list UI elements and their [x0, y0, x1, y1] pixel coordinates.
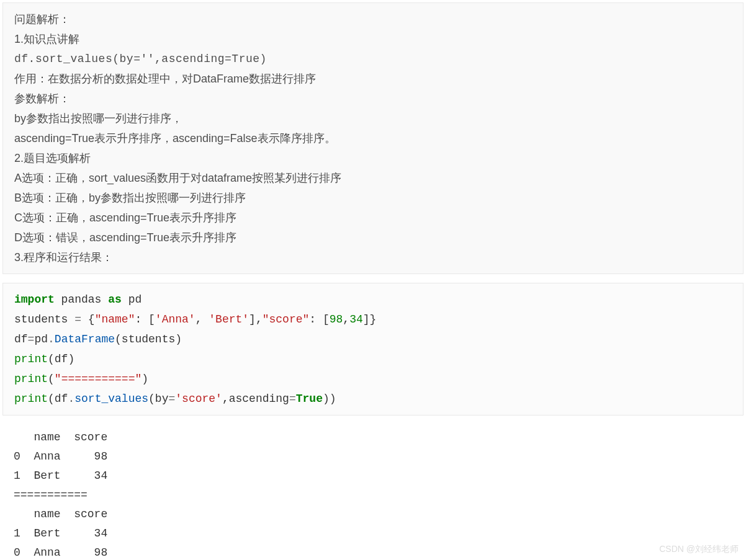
explain-line-6: by参数指出按照哪一列进行排序， [14, 109, 732, 128]
code-text: , [195, 313, 209, 326]
kw-as: as [108, 293, 122, 306]
code-line-5: print("===========") [14, 373, 148, 385]
str-bert: 'Bert' [209, 313, 249, 326]
code-line-3: df=pd.DataFrame(students) [14, 333, 182, 345]
str-sep: "===========" [55, 373, 142, 385]
ident-dataframe: DataFrame [55, 333, 115, 345]
code-text: ) [142, 373, 148, 385]
code-text: ,ascending [222, 393, 289, 405]
explain-line-10: B选项：正确，by参数指出按照哪一列进行排序 [14, 188, 732, 208]
explain-line-13: 3.程序和运行结果： [14, 247, 732, 267]
kw-true: True [296, 393, 323, 405]
code-line-6: print(df.sort_values(by='score',ascendin… [14, 393, 336, 405]
output-block: name score 0 Anna 98 1 Bert 34 =========… [2, 418, 744, 560]
code-text: pd [34, 333, 48, 345]
explain-line-1: 问题解析： [14, 9, 732, 29]
num-98: 98 [330, 313, 343, 326]
code-line-2: students = {"name": ['Anna', 'Bert'],"sc… [14, 313, 376, 326]
code-text: pd [122, 293, 142, 306]
str-anna: 'Anna' [155, 313, 195, 326]
explain-line-11: C选项：正确，ascending=True表示升序排序 [14, 208, 732, 228]
explain-line-8: 2.题目选项解析 [14, 148, 732, 168]
explain-line-2: 1.知识点讲解 [14, 29, 732, 49]
kw-import: import [14, 293, 55, 306]
explain-line-4: 作用：在数据分析的数据处理中，对DataFrame数据进行排序 [14, 69, 732, 89]
explain-line-9: A选项：正确，sort_values函数用于对dataframe按照某列进行排序 [14, 168, 732, 188]
code-text: (df [48, 393, 68, 405]
code-text: { [81, 313, 95, 326]
explanation-block: 问题解析： 1.知识点讲解 df.sort_values(by='',ascen… [2, 2, 744, 274]
op-dot: . [68, 393, 74, 405]
code-text: )) [323, 393, 336, 405]
code-line-4: print(df) [14, 353, 74, 365]
op-eq: = [289, 393, 296, 405]
code-text: df [14, 333, 28, 345]
code-text: pandas [55, 293, 108, 306]
explain-line-7: ascending=True表示升序排序，ascending=False表示降序… [14, 128, 732, 148]
code-text: ]} [363, 313, 377, 326]
op-eq: = [74, 313, 81, 326]
code-block: import pandas as pd students = {"name": … [2, 283, 744, 416]
code-text: : [ [135, 313, 155, 326]
ident-sort-values: sort_values [74, 393, 148, 405]
num-34: 34 [349, 313, 363, 326]
str-score: "score" [263, 313, 310, 326]
str-score2: 'score' [175, 393, 222, 405]
op-eq: = [168, 393, 175, 405]
explain-line-5: 参数解析： [14, 89, 732, 109]
op-dot: . [48, 333, 55, 345]
str-name: "name" [95, 313, 135, 326]
code-text: (students) [115, 333, 182, 345]
watermark: CSDN @刘经纬老师 [659, 544, 739, 555]
explain-line-3: df.sort_values(by='',ascending=True) [14, 49, 732, 69]
builtin-print: print [14, 353, 48, 365]
code-text: , [343, 313, 349, 326]
builtin-print: print [14, 373, 48, 385]
code-text: students [14, 313, 74, 326]
code-text: : [ [309, 313, 329, 326]
op-eq: = [28, 333, 35, 345]
code-line-1: import pandas as pd [14, 293, 142, 306]
code-text: ( [48, 373, 55, 385]
builtin-print: print [14, 393, 48, 405]
code-text: ], [249, 313, 263, 326]
code-text: (df) [48, 353, 74, 365]
explain-line-12: D选项：错误，ascending=True表示升序排序 [14, 228, 732, 247]
code-text: (by [148, 393, 168, 405]
